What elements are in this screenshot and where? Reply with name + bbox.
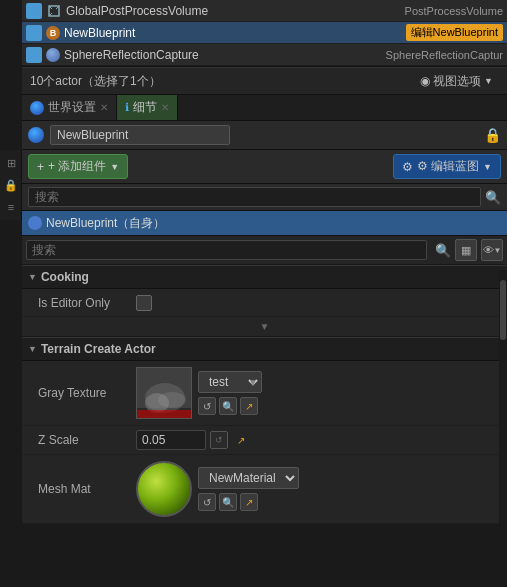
gray-texture-controls: test ▼ ↺ 🔍 ↗: [198, 371, 258, 415]
is-editor-only-label: Is Editor Only: [38, 296, 128, 310]
reset-texture-button[interactable]: ↺: [198, 397, 216, 415]
edit-blueprint-label: ⚙ 编辑蓝图: [417, 158, 479, 175]
terrain-section-title: Terrain Create Actor: [41, 342, 156, 356]
tab-world-label: 世界设置: [48, 99, 96, 116]
mesh-mat-thumbnail[interactable]: [136, 461, 192, 517]
actor-row-globalpostprocess[interactable]: GlobalPostProcessVolume PostProcessVolum…: [22, 0, 507, 22]
add-component-button[interactable]: + + 添加组件 ▼: [28, 154, 128, 179]
texture-mini-buttons: ↺ 🔍 ↗: [198, 397, 258, 415]
actor-name-globalpostprocess: GlobalPostProcessVolume: [66, 4, 401, 18]
search-texture-button[interactable]: 🔍: [219, 397, 237, 415]
actor-list: GlobalPostProcessVolume PostProcessVolum…: [22, 0, 507, 67]
component-bullet-icon: [28, 216, 42, 230]
scrollbar-thumb[interactable]: [500, 280, 506, 340]
z-scale-reset-button[interactable]: ↺: [210, 431, 228, 449]
sidebar-icon-2[interactable]: 🔒: [2, 176, 20, 194]
component-tree: NewBlueprint（自身）: [22, 211, 507, 236]
eye-filter-button[interactable]: 👁 ▼: [481, 239, 503, 261]
svg-rect-9: [137, 410, 192, 419]
is-editor-only-checkbox[interactable]: [136, 295, 152, 311]
world-icon: [30, 101, 44, 115]
mesh-mat-row: Mesh Mat NewMaterial ↺ 🔍 ↗: [22, 455, 507, 524]
mesh-mat-controls: NewMaterial ↺ 🔍 ↗: [198, 467, 299, 511]
actor-count-text: 10个actor（选择了1个）: [30, 73, 161, 90]
component-search-bar: 🔍: [22, 184, 507, 211]
view-options-label: ◉ 视图选项: [420, 73, 481, 90]
tab-world-close[interactable]: ✕: [100, 102, 108, 113]
component-item-newblueprint-self[interactable]: NewBlueprint（自身）: [22, 211, 507, 235]
terrain-section-arrow: ▼: [28, 344, 37, 354]
collapse-arrow-icon: ▼: [260, 321, 270, 332]
search-material-button[interactable]: 🔍: [219, 493, 237, 511]
details-icon: ℹ: [125, 101, 129, 114]
reset-material-button[interactable]: ↺: [198, 493, 216, 511]
blueprint-name-input[interactable]: [50, 125, 230, 145]
gray-texture-label: Gray Texture: [38, 386, 128, 400]
eye-filter-arrow: ▼: [494, 246, 502, 255]
gray-texture-thumbnail[interactable]: [136, 367, 192, 419]
material-dropdown-row: NewMaterial: [198, 467, 299, 489]
cooking-section-header[interactable]: ▼ Cooking: [22, 265, 507, 289]
texture-dropdown-row: test ▼: [198, 371, 258, 393]
cooking-section-arrow: ▼: [28, 272, 37, 282]
actor-type-newblueprint: 编辑NewBlueprint: [406, 24, 503, 41]
add-component-label: + 添加组件: [48, 158, 106, 175]
plus-icon: +: [37, 160, 44, 174]
z-scale-input[interactable]: [136, 430, 206, 450]
left-sidebar: ⊞ 🔒 ≡: [0, 150, 22, 220]
tab-details[interactable]: ℹ 细节 ✕: [117, 95, 178, 120]
collapse-row[interactable]: ▼: [22, 317, 507, 337]
visibility-icon-newblueprint[interactable]: [26, 25, 42, 41]
gray-texture-dropdown[interactable]: test: [198, 371, 262, 393]
gray-texture-row: Gray Texture: [22, 361, 507, 426]
tab-details-close[interactable]: ✕: [161, 102, 169, 113]
sidebar-icon-1[interactable]: ⊞: [2, 154, 20, 172]
svg-point-8: [158, 392, 186, 408]
eye-filter-icon: 👁: [483, 244, 494, 256]
scrollbar-track: [499, 270, 507, 570]
material-mini-buttons: ↺ 🔍 ↗: [198, 493, 299, 511]
tab-world-settings[interactable]: 世界设置 ✕: [22, 95, 117, 120]
sphere-reflection-icon: [46, 48, 60, 62]
properties-search-icon: 🔍: [435, 243, 451, 258]
mesh-mat-value: NewMaterial ↺ 🔍 ↗: [136, 461, 499, 517]
mesh-mat-dropdown[interactable]: NewMaterial: [198, 467, 299, 489]
visibility-icon-spherereflection[interactable]: [26, 47, 42, 63]
is-editor-only-row: Is Editor Only: [22, 289, 507, 317]
component-search-input[interactable]: [28, 187, 481, 207]
gear-icon: ⚙: [402, 160, 413, 174]
is-editor-only-value: [136, 295, 499, 311]
terrain-section-header[interactable]: ▼ Terrain Create Actor: [22, 337, 507, 361]
tabs-bar: 世界设置 ✕ ℹ 细节 ✕: [22, 95, 507, 121]
chevron-down-icon: ▼: [484, 76, 493, 86]
z-scale-label: Z Scale: [38, 433, 128, 447]
cooking-section-title: Cooking: [41, 270, 89, 284]
search-icon: 🔍: [485, 190, 501, 205]
actor-row-newblueprint[interactable]: B NewBlueprint 编辑NewBlueprint: [22, 22, 507, 44]
add-component-dropdown-arrow: ▼: [110, 162, 119, 172]
sidebar-icon-3[interactable]: ≡: [2, 198, 20, 216]
main-content: GlobalPostProcessVolume PostProcessVolum…: [22, 0, 507, 524]
view-options-button[interactable]: ◉ 视图选项 ▼: [414, 71, 499, 92]
z-scale-link-button[interactable]: ↗: [232, 431, 250, 449]
mesh-mat-label: Mesh Mat: [38, 482, 128, 496]
box-icon: [46, 3, 62, 19]
details-world-icon: [28, 127, 44, 143]
gray-texture-value: test ▼ ↺ 🔍 ↗: [136, 367, 499, 419]
lock-icon[interactable]: 🔒: [484, 127, 501, 143]
actor-type-spherereflection: SphereReflectionCaptur: [386, 49, 503, 61]
z-scale-value: ↺ ↗: [136, 430, 499, 450]
properties-search-input[interactable]: [26, 240, 427, 260]
details-toolbar: + + 添加组件 ▼ ⚙ ⚙ 编辑蓝图 ▼: [22, 150, 507, 184]
actor-row-spherereflection[interactable]: SphereReflectionCapture SphereReflection…: [22, 44, 507, 66]
edit-blueprint-dropdown-arrow: ▼: [483, 162, 492, 172]
link-texture-button[interactable]: ↗: [240, 397, 258, 415]
z-scale-row: Z Scale ↺ ↗: [22, 426, 507, 455]
grid-view-button[interactable]: ▦: [455, 239, 477, 261]
edit-blueprint-button[interactable]: ⚙ ⚙ 编辑蓝图 ▼: [393, 154, 501, 179]
actor-name-spherereflection: SphereReflectionCapture: [64, 48, 382, 62]
properties-area: ▼ Cooking Is Editor Only ▼ ▼ Terrain Cre…: [22, 265, 507, 524]
link-material-button[interactable]: ↗: [240, 493, 258, 511]
component-label-newblueprint-self: NewBlueprint（自身）: [46, 215, 165, 232]
visibility-icon-globalpostprocess[interactable]: [26, 3, 42, 19]
